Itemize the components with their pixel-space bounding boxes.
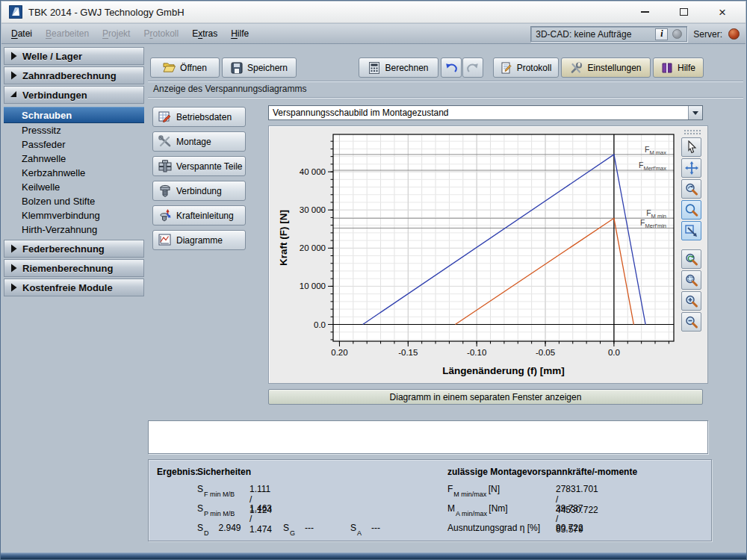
zoom-window-icon — [684, 203, 698, 217]
verspannte-teile-label: Verspannte Teile — [176, 161, 243, 172]
sidebar-item-passfeder[interactable]: Passfeder — [4, 137, 144, 152]
toolbar-grip[interactable] — [684, 129, 701, 134]
svg-text:30 000: 30 000 — [300, 205, 326, 214]
krafteinleitung-button[interactable]: Krafteinleitung — [152, 205, 246, 225]
menu-datei[interactable]: Datei — [4, 25, 39, 43]
calculate-button-label: Berechnen — [385, 63, 428, 73]
chart-toolbar — [681, 129, 704, 333]
verbindung-label: Verbindung — [176, 186, 222, 196]
app-logo-icon — [9, 5, 22, 19]
separator-line — [148, 81, 743, 82]
settings-button[interactable]: Einstellungen — [561, 57, 651, 78]
zoom-previous-icon — [684, 182, 698, 196]
zoom-drag-button[interactable] — [681, 221, 701, 240]
calculator-icon — [368, 62, 380, 74]
chevron-down-icon[interactable] — [688, 106, 702, 119]
sidebar-section-verbindungen[interactable]: Verbindungen — [4, 86, 144, 104]
triangle-collapsed-icon — [10, 244, 17, 253]
betriebsdaten-button[interactable]: Betriebsdaten — [152, 107, 246, 127]
menu-protokoll[interactable]: Protokoll — [137, 25, 185, 43]
preload-row: FM min/max [N]27831.701 / 44530.722 — [447, 484, 500, 496]
sidebar-item-schrauben[interactable]: Schrauben — [4, 107, 144, 123]
app-window: TBK 2014 - GWJ Technology GmbH × DateiBe… — [0, 0, 747, 560]
triangle-collapsed-icon — [10, 71, 17, 80]
safety-inline-item: SD2.949 — [197, 523, 241, 535]
zoom-in-button[interactable] — [681, 291, 701, 311]
triangle-expanded-icon — [10, 90, 17, 99]
menu-hilfe[interactable]: Hilfe — [224, 25, 255, 43]
save-button-label: Speichern — [247, 63, 288, 73]
safety-inline-item: SA--- — [350, 523, 380, 535]
zoom-undo-icon — [684, 252, 698, 267]
sidebar-item-kerbzahnwelle[interactable]: Kerbzahnwelle — [4, 166, 144, 180]
krafteinleitung-label: Krafteinleitung — [176, 211, 234, 221]
safety-row: SF min M/B1.111 / 1.124 — [197, 484, 234, 496]
cad-status-led — [672, 29, 682, 39]
separator-line — [148, 97, 743, 99]
open-separate-window-button[interactable]: Diagramm in einem separaten Fenster anze… — [268, 389, 703, 405]
svg-text:-0.15: -0.15 — [398, 348, 418, 357]
sidebar: Welle / LagerZahnradberechnungVerbindung… — [4, 47, 144, 552]
montage-button[interactable]: Montage — [152, 131, 246, 152]
sidebar-item-hirth-verzahnung[interactable]: Hirth-Verzahnung — [4, 223, 144, 237]
chart-canvas[interactable]: FM maxFMerf'maxFM minFMerf'min0.20-0.15-… — [270, 128, 678, 382]
verspannte-teile-button[interactable]: Verspannte Teile — [152, 156, 246, 176]
preload-row: Ausnutzungsgrad η [%]90.722 — [447, 523, 540, 533]
sidebar-item-klemmverbindung[interactable]: Klemmverbindung — [4, 208, 144, 223]
menu-projekt[interactable]: Projekt — [96, 25, 137, 43]
open-button[interactable]: Öffnen — [150, 57, 220, 78]
cad-status-text: 3D-CAD: keine Aufträge — [536, 29, 651, 40]
betriebsdaten-label: Betriebsdaten — [176, 112, 232, 122]
safety-inline-item: SG--- — [283, 523, 314, 535]
help-book-icon — [661, 62, 673, 73]
diagramme-label: Diagramme — [176, 235, 223, 246]
help-button-label: Hilfe — [678, 63, 695, 73]
zoom-window-button[interactable] — [681, 200, 701, 220]
zoom-previous-button[interactable] — [681, 179, 701, 199]
zoom-out-button[interactable] — [681, 312, 701, 332]
sidebar-section-zahnradberechnung[interactable]: Zahnradberechnung — [4, 66, 144, 84]
svg-text:0.0: 0.0 — [608, 348, 620, 357]
info-button[interactable]: i — [655, 28, 668, 40]
sidebar-item-presssitz[interactable]: Presssitz — [4, 123, 144, 137]
triangle-collapsed-icon — [10, 52, 17, 60]
clamped-parts-icon — [158, 160, 172, 172]
protocol-document-icon — [500, 62, 512, 74]
menu-bearbeiten[interactable]: Bearbeiten — [39, 25, 96, 43]
undo-button[interactable] — [441, 57, 462, 78]
bolt-icon — [158, 184, 172, 197]
redo-button[interactable] — [462, 57, 483, 78]
sidebar-section-federberechnung[interactable]: Federberechnung — [4, 240, 144, 258]
server-status-led — [728, 28, 740, 40]
calculate-button[interactable]: Berechnen — [359, 57, 438, 78]
svg-text:Längenänderung (f) [mm]: Längenänderung (f) [mm] — [442, 365, 565, 376]
help-button[interactable]: Hilfe — [653, 57, 704, 78]
zoom-extents-button[interactable] — [681, 270, 701, 290]
zoom-undo-button[interactable] — [681, 249, 701, 269]
verbindung-button[interactable]: Verbindung — [152, 181, 246, 201]
tools-icon — [570, 62, 583, 74]
svg-text:-0.10: -0.10 — [467, 348, 486, 357]
sidebar-section-kostenfreie-module[interactable]: Kostenfreie Module — [4, 279, 144, 296]
sidebar-item-keilwelle[interactable]: Keilwelle — [4, 180, 144, 194]
diagramme-button[interactable]: Diagramme — [152, 230, 246, 250]
force-application-icon — [158, 209, 172, 222]
diagram-type-select[interactable]: Verspannungsschaubild im Montagezustand — [268, 105, 703, 120]
select-cursor-button[interactable] — [681, 137, 701, 157]
sidebar-section-riemenberechnung[interactable]: Riemenberechnung — [4, 259, 144, 277]
results-panel: Ergebnis: Sicherheiten zulässige Montage… — [148, 459, 712, 541]
sidebar-item-bolzen-und-stifte[interactable]: Bolzen und Stifte — [4, 194, 144, 208]
maximize-button[interactable] — [675, 4, 692, 20]
zoom-extents-icon — [684, 273, 698, 287]
menu-extras[interactable]: Extras — [185, 25, 224, 43]
minimize-button[interactable] — [636, 4, 653, 20]
sidebar-item-zahnwelle[interactable]: Zahnwelle — [4, 152, 144, 166]
triangle-collapsed-icon — [10, 264, 17, 273]
chart-panel: FM maxFMerf'maxFM minFMerf'min0.20-0.15-… — [268, 125, 708, 384]
close-button[interactable]: × — [714, 4, 731, 20]
pan-button[interactable] — [681, 158, 701, 178]
save-button[interactable]: Speichern — [222, 57, 297, 78]
svg-text:0.20: 0.20 — [331, 348, 347, 357]
protocol-button[interactable]: Protokoll — [493, 57, 559, 78]
sidebar-section-welle-lager[interactable]: Welle / Lager — [4, 47, 144, 65]
